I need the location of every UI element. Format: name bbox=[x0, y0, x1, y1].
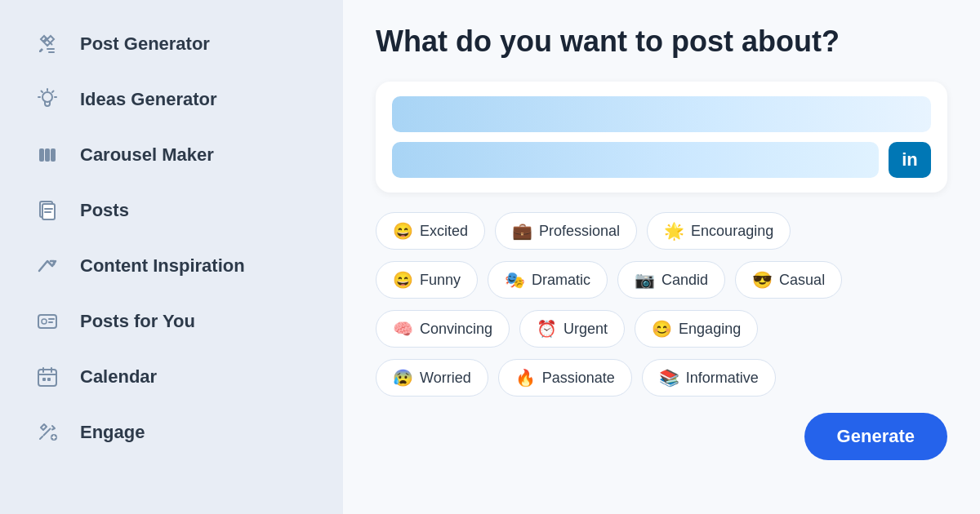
posts-for-you-icon bbox=[33, 310, 62, 333]
tone-label-professional: Professional bbox=[539, 223, 620, 240]
sidebar-item-label-calendar: Calendar bbox=[80, 366, 157, 388]
sidebar-item-ideas-generator[interactable]: Ideas Generator bbox=[8, 73, 335, 126]
sidebar-item-post-generator[interactable]: Post Generator bbox=[8, 18, 335, 70]
svg-rect-17 bbox=[38, 370, 56, 386]
tone-row-0: 😄Excited💼Professional🌟Encouraging bbox=[376, 212, 947, 250]
tone-emoji-casual: 😎 bbox=[752, 270, 773, 290]
tone-emoji-passionate: 🔥 bbox=[515, 368, 536, 388]
sidebar-item-label-ideas-generator: Ideas Generator bbox=[80, 89, 217, 110]
tone-chip-candid[interactable]: 📷Candid bbox=[617, 261, 725, 299]
tone-emoji-urgent: ⏰ bbox=[537, 319, 557, 339]
linkedin-button[interactable]: in bbox=[889, 142, 931, 178]
sidebar: Post GeneratorIdeas GeneratorCarousel Ma… bbox=[0, 0, 343, 514]
input-section: in bbox=[376, 82, 947, 193]
tone-chip-casual[interactable]: 😎Casual bbox=[735, 261, 842, 299]
tone-emoji-encouraging: 🌟 bbox=[664, 221, 684, 241]
tone-row-2: 🧠Convincing⏰Urgent😊Engaging bbox=[376, 310, 947, 348]
page-title: What do you want to post about? bbox=[376, 24, 947, 59]
tone-label-passionate: Passionate bbox=[542, 370, 615, 387]
tone-row-1: 😄Funny🎭Dramatic📷Candid😎Casual bbox=[376, 261, 947, 299]
tone-chip-encouraging[interactable]: 🌟Encouraging bbox=[647, 212, 791, 250]
content-inspiration-icon bbox=[33, 255, 62, 277]
tone-label-casual: Casual bbox=[779, 272, 825, 289]
sidebar-item-label-posts: Posts bbox=[80, 200, 129, 221]
tone-chip-funny[interactable]: 😄Funny bbox=[376, 261, 478, 299]
tone-emoji-professional: 💼 bbox=[512, 221, 532, 241]
tone-chip-informative[interactable]: 📚Informative bbox=[642, 359, 776, 397]
tone-label-excited: Excited bbox=[420, 223, 468, 240]
tone-label-informative: Informative bbox=[686, 370, 759, 387]
generate-row: Generate bbox=[376, 413, 947, 460]
tone-row-3: 😰Worried🔥Passionate📚Informative bbox=[376, 359, 947, 397]
tone-emoji-dramatic: 🎭 bbox=[505, 270, 525, 290]
post-generator-icon bbox=[33, 33, 62, 55]
sidebar-item-posts[interactable]: Posts bbox=[8, 184, 335, 237]
tone-chip-convincing[interactable]: 🧠Convincing bbox=[376, 310, 510, 348]
tone-label-candid: Candid bbox=[662, 272, 708, 289]
svg-line-2 bbox=[52, 91, 54, 93]
sidebar-item-label-carousel-maker: Carousel Maker bbox=[80, 144, 214, 166]
tone-chip-excited[interactable]: 😄Excited bbox=[376, 212, 485, 250]
tone-label-worried: Worried bbox=[420, 370, 471, 387]
tone-emoji-candid: 📷 bbox=[635, 270, 655, 290]
tone-label-encouraging: Encouraging bbox=[691, 223, 773, 240]
engage-icon bbox=[33, 421, 62, 444]
svg-rect-8 bbox=[51, 148, 56, 162]
svg-point-0 bbox=[42, 92, 52, 102]
sidebar-item-content-inspiration[interactable]: Content Inspiration bbox=[8, 240, 335, 292]
tone-chip-urgent[interactable]: ⏰Urgent bbox=[519, 310, 625, 348]
calendar-icon bbox=[33, 366, 62, 388]
subtopic-input[interactable] bbox=[392, 142, 879, 178]
sidebar-item-calendar[interactable]: Calendar bbox=[8, 351, 335, 403]
tone-emoji-informative: 📚 bbox=[659, 368, 679, 388]
tone-chip-dramatic[interactable]: 🎭Dramatic bbox=[488, 261, 608, 299]
tone-label-urgent: Urgent bbox=[564, 321, 608, 338]
posts-icon bbox=[33, 199, 62, 222]
sidebar-item-engage[interactable]: Engage bbox=[8, 406, 335, 459]
sidebar-item-carousel-maker[interactable]: Carousel Maker bbox=[8, 129, 335, 181]
svg-rect-21 bbox=[42, 378, 46, 381]
tone-chip-professional[interactable]: 💼Professional bbox=[495, 212, 637, 250]
svg-rect-7 bbox=[45, 148, 50, 162]
tone-emoji-excited: 😄 bbox=[393, 221, 413, 241]
tone-chip-engaging[interactable]: 😊Engaging bbox=[635, 310, 758, 348]
sidebar-item-label-post-generator: Post Generator bbox=[80, 33, 210, 55]
topic-input[interactable] bbox=[392, 96, 931, 132]
generate-button[interactable]: Generate bbox=[804, 413, 947, 460]
tone-emoji-funny: 😄 bbox=[393, 270, 413, 290]
tone-chip-worried[interactable]: 😰Worried bbox=[376, 359, 488, 397]
tone-label-funny: Funny bbox=[420, 272, 461, 289]
sidebar-item-label-content-inspiration: Content Inspiration bbox=[80, 255, 245, 277]
tone-label-engaging: Engaging bbox=[679, 321, 741, 338]
tone-label-convincing: Convincing bbox=[420, 321, 492, 338]
ideas-generator-icon bbox=[33, 88, 62, 111]
sidebar-item-label-posts-for-you: Posts for You bbox=[80, 311, 195, 332]
svg-line-3 bbox=[42, 91, 43, 93]
tone-emoji-convincing: 🧠 bbox=[393, 319, 413, 339]
svg-rect-22 bbox=[47, 378, 51, 381]
tone-section: 😄Excited💼Professional🌟Encouraging😄Funny🎭… bbox=[376, 212, 947, 397]
sidebar-item-posts-for-you[interactable]: Posts for You bbox=[8, 295, 335, 348]
tone-emoji-engaging: 😊 bbox=[652, 319, 672, 339]
main-content: What do you want to post about? in 😄Exci… bbox=[343, 0, 980, 514]
sidebar-item-label-engage: Engage bbox=[80, 422, 145, 443]
carousel-maker-icon bbox=[33, 144, 62, 166]
svg-point-14 bbox=[42, 319, 47, 324]
tone-emoji-worried: 😰 bbox=[393, 368, 413, 388]
tone-chip-passionate[interactable]: 🔥Passionate bbox=[498, 359, 632, 397]
svg-rect-6 bbox=[39, 148, 44, 162]
tone-label-dramatic: Dramatic bbox=[532, 272, 590, 289]
